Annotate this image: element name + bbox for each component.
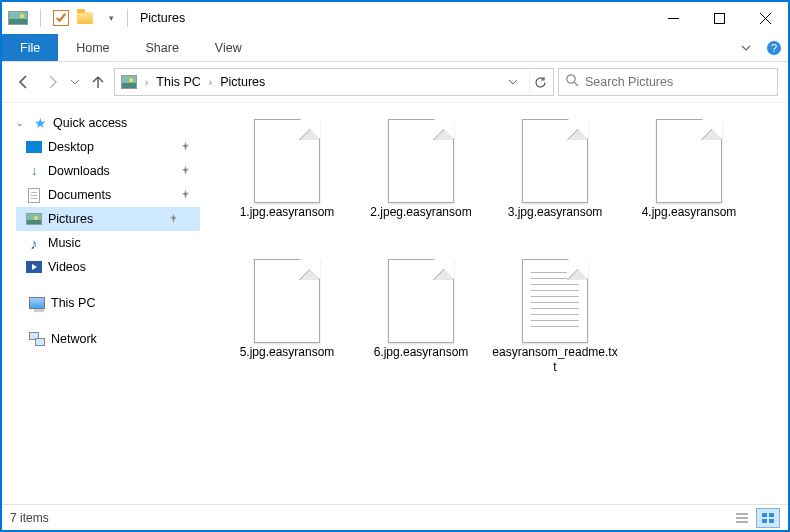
blank-file-icon bbox=[656, 119, 722, 203]
file-item[interactable]: 2.jpeg.easyransom bbox=[354, 113, 488, 253]
svg-rect-12 bbox=[769, 513, 774, 517]
file-item[interactable]: 6.jpg.easyransom bbox=[354, 253, 488, 393]
star-icon: ★ bbox=[34, 116, 47, 130]
monitor-icon bbox=[29, 295, 45, 311]
nav-pane: ⌄ ★ Quick access Desktop↓DownloadsDocume… bbox=[2, 103, 212, 504]
file-name: 6.jpg.easyransom bbox=[370, 345, 473, 360]
file-name: 2.jpeg.easyransom bbox=[366, 205, 475, 220]
file-name: 5.jpg.easyransom bbox=[236, 345, 339, 360]
file-item[interactable]: 5.jpg.easyransom bbox=[220, 253, 354, 393]
svg-text:?: ? bbox=[771, 42, 777, 54]
file-tab[interactable]: File bbox=[2, 34, 58, 61]
address-row: › This PC › Pictures bbox=[2, 62, 788, 102]
app-icon bbox=[8, 8, 28, 28]
tab-view[interactable]: View bbox=[197, 34, 260, 61]
window-title: Pictures bbox=[140, 11, 185, 25]
sidebar-item-music[interactable]: ♪Music bbox=[16, 231, 212, 255]
file-name: easyransom_readme.txt bbox=[488, 345, 622, 375]
chevron-right-icon[interactable]: › bbox=[209, 77, 212, 88]
qat-dropdown-icon[interactable]: ▾ bbox=[101, 8, 121, 28]
sidebar-item-desktop[interactable]: Desktop bbox=[16, 135, 212, 159]
file-name: 1.jpg.easyransom bbox=[236, 205, 339, 220]
file-name: 4.jpg.easyransom bbox=[638, 205, 741, 220]
nav-network[interactable]: › Network bbox=[16, 327, 212, 351]
svg-point-6 bbox=[567, 75, 575, 83]
file-item[interactable]: easyransom_readme.txt bbox=[488, 253, 622, 393]
pin-icon bbox=[181, 190, 190, 201]
recent-dropdown-icon[interactable] bbox=[68, 70, 82, 94]
svg-rect-1 bbox=[714, 13, 724, 23]
status-bar: 7 items bbox=[2, 504, 788, 530]
details-view-button[interactable] bbox=[730, 508, 754, 528]
close-button[interactable] bbox=[742, 3, 788, 33]
expand-ribbon-icon[interactable] bbox=[732, 34, 760, 61]
network-icon bbox=[29, 331, 45, 347]
help-icon[interactable]: ? bbox=[760, 34, 788, 61]
nav-item-label: Music bbox=[48, 236, 81, 250]
pin-icon bbox=[169, 214, 178, 225]
nav-item-label: Pictures bbox=[48, 212, 93, 226]
properties-icon[interactable] bbox=[53, 10, 69, 26]
nav-label: Network bbox=[51, 332, 97, 346]
ribbon-tabs: File Home Share View ? bbox=[2, 34, 788, 62]
up-button[interactable] bbox=[86, 70, 110, 94]
sidebar-item-downloads[interactable]: ↓Downloads bbox=[16, 159, 212, 183]
nav-item-icon: ♪ bbox=[26, 235, 42, 251]
nav-item-label: Downloads bbox=[48, 164, 110, 178]
sidebar-item-videos[interactable]: Videos bbox=[16, 255, 212, 279]
blank-file-icon bbox=[388, 259, 454, 343]
quick-access-toolbar: ▾ bbox=[8, 8, 121, 28]
separator bbox=[40, 9, 41, 27]
refresh-icon[interactable] bbox=[529, 70, 551, 94]
item-count: 7 items bbox=[10, 511, 49, 525]
nav-item-icon bbox=[26, 211, 42, 227]
maximize-button[interactable] bbox=[696, 3, 742, 33]
forward-button[interactable] bbox=[40, 70, 64, 94]
pin-icon bbox=[181, 142, 190, 153]
nav-item-label: Desktop bbox=[48, 140, 94, 154]
explorer-window: ▾ Pictures File Home Share View ? › This… bbox=[2, 2, 788, 530]
nav-item-icon bbox=[26, 139, 42, 155]
nav-label: Quick access bbox=[53, 116, 127, 130]
nav-this-pc[interactable]: › This PC bbox=[16, 291, 212, 315]
text-file-icon bbox=[522, 259, 588, 343]
search-input[interactable] bbox=[585, 75, 771, 89]
file-item[interactable]: 4.jpg.easyransom bbox=[622, 113, 756, 253]
address-bar[interactable]: › This PC › Pictures bbox=[114, 68, 554, 96]
blank-file-icon bbox=[254, 119, 320, 203]
location-icon bbox=[121, 74, 137, 90]
chevron-down-icon[interactable]: ⌄ bbox=[16, 118, 24, 128]
svg-line-7 bbox=[574, 82, 578, 86]
blank-file-icon bbox=[254, 259, 320, 343]
nav-item-label: Videos bbox=[48, 260, 86, 274]
breadcrumb-this-pc[interactable]: This PC bbox=[156, 75, 200, 89]
nav-quick-access[interactable]: ⌄ ★ Quick access bbox=[16, 111, 212, 135]
icons-view-button[interactable] bbox=[756, 508, 780, 528]
sidebar-item-documents[interactable]: Documents bbox=[16, 183, 212, 207]
titlebar: ▾ Pictures bbox=[2, 2, 788, 34]
search-box[interactable] bbox=[558, 68, 778, 96]
chevron-right-icon[interactable]: › bbox=[145, 77, 148, 88]
svg-rect-13 bbox=[762, 519, 767, 523]
breadcrumb-pictures[interactable]: Pictures bbox=[220, 75, 265, 89]
separator bbox=[127, 9, 128, 27]
nav-label: This PC bbox=[51, 296, 95, 310]
minimize-button[interactable] bbox=[650, 3, 696, 33]
tab-home[interactable]: Home bbox=[58, 34, 127, 61]
new-folder-icon[interactable] bbox=[75, 8, 95, 28]
tab-share[interactable]: Share bbox=[128, 34, 197, 61]
blank-file-icon bbox=[388, 119, 454, 203]
file-grid[interactable]: 1.jpg.easyransom2.jpeg.easyransom3.jpg.e… bbox=[212, 103, 788, 504]
back-button[interactable] bbox=[12, 70, 36, 94]
address-dropdown-icon[interactable] bbox=[501, 70, 523, 94]
sidebar-item-pictures[interactable]: Pictures bbox=[16, 207, 200, 231]
nav-item-icon bbox=[26, 187, 42, 203]
file-name: 3.jpg.easyransom bbox=[504, 205, 607, 220]
content-body: ⌄ ★ Quick access Desktop↓DownloadsDocume… bbox=[2, 102, 788, 504]
svg-rect-14 bbox=[769, 519, 774, 523]
file-item[interactable]: 3.jpg.easyransom bbox=[488, 113, 622, 253]
file-item[interactable]: 1.jpg.easyransom bbox=[220, 113, 354, 253]
search-icon bbox=[565, 73, 579, 91]
nav-item-label: Documents bbox=[48, 188, 111, 202]
svg-rect-11 bbox=[762, 513, 767, 517]
